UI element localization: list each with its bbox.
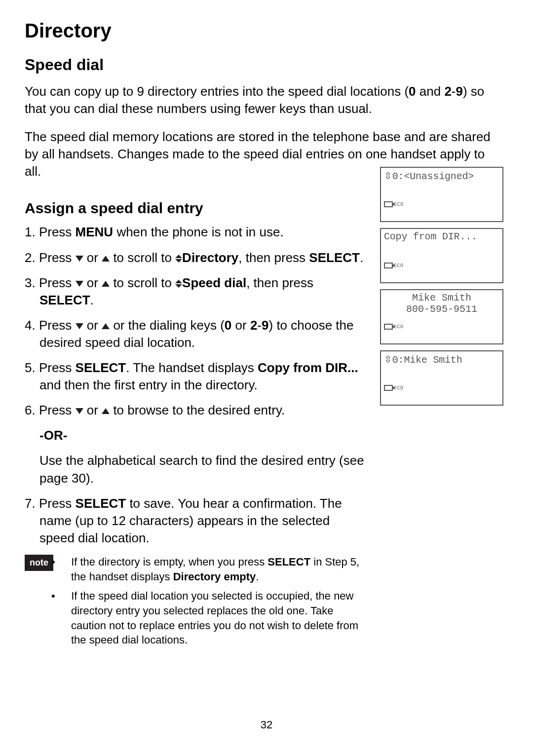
- text: , then press: [238, 250, 309, 265]
- updown-arrow-icon: [175, 280, 182, 288]
- text: .: [90, 293, 94, 307]
- text: or: [83, 275, 102, 290]
- step-4: 4. Press or or the dialing keys (0 or 2-…: [25, 317, 365, 351]
- text: or: [83, 250, 102, 265]
- key-label-menu: MENU: [76, 225, 114, 239]
- screen-text-name: Mike Smith: [384, 292, 499, 303]
- battery-icon: [384, 263, 393, 268]
- text: 3. Press: [25, 275, 76, 290]
- text: 4. Press: [25, 318, 76, 333]
- text: and: [416, 84, 445, 99]
- text: -: [452, 84, 456, 99]
- text: or: [83, 403, 102, 417]
- text: 6. Press: [25, 403, 76, 417]
- menu-directory-label: Directory: [182, 250, 238, 265]
- up-arrow-icon: [102, 281, 110, 287]
- text: to scroll to: [110, 250, 175, 265]
- text: .: [256, 570, 259, 583]
- eco-label: ECO: [394, 324, 404, 330]
- text: or the dialing keys (: [110, 318, 225, 333]
- up-arrow-icon: [102, 323, 110, 329]
- updown-arrow-icon: ⇳: [384, 354, 392, 365]
- updown-arrow-icon: ⇳: [384, 170, 392, 181]
- paragraph-intro-1: You can copy up to 9 directory entries i…: [25, 83, 503, 117]
- step-7: 7. Press SELECT to save. You hear a conf…: [25, 495, 365, 547]
- step-3: 3. Press or to scroll to Speed dial, the…: [25, 274, 365, 309]
- text: when the phone is not in use.: [113, 225, 283, 239]
- key-2: 2: [444, 84, 451, 99]
- battery-icon: [384, 201, 393, 207]
- bullet-icon: •: [61, 589, 68, 604]
- text: , then press: [246, 275, 313, 290]
- text: If the directory is empty, when you pres…: [71, 556, 267, 568]
- note-item-2: • If the speed dial location you selecte…: [61, 589, 365, 647]
- battery-icon: [384, 324, 393, 330]
- text: -: [257, 318, 262, 333]
- down-arrow-icon: [76, 256, 83, 262]
- text: or: [231, 318, 250, 333]
- handset-screens-column: ⇳0:<Unassigned> ECO Copy from DIR... ECO…: [380, 167, 503, 406]
- text: You can copy up to 9 directory entries i…: [25, 84, 409, 99]
- handset-screen-assigned: ⇳0:Mike Smith ECO: [380, 350, 503, 406]
- text: to browse to the desired entry.: [110, 403, 285, 417]
- key-9: 9: [456, 84, 463, 99]
- text: to scroll to: [110, 275, 175, 290]
- screen-text-number: 800-595-9511: [384, 303, 499, 315]
- step-2: 2. Press or to scroll to Directory, then…: [25, 249, 365, 266]
- eco-label: ECO: [394, 202, 404, 207]
- up-arrow-icon: [102, 256, 110, 262]
- menu-speed-dial-label: Speed dial: [182, 275, 246, 290]
- display-text-directory-empty: Directory empty: [173, 570, 256, 583]
- note-block: note • If the directory is empty, when y…: [25, 555, 365, 652]
- eco-label: ECO: [394, 263, 404, 268]
- battery-icon: [384, 385, 393, 391]
- step-1: 1. Press MENU when the phone is not in u…: [25, 224, 365, 241]
- handset-screen-unassigned: ⇳0:<Unassigned> ECO: [380, 167, 503, 222]
- key-label-select: SELECT: [76, 360, 126, 375]
- key-label-select: SELECT: [76, 496, 126, 511]
- steps-list: 1. Press MENU when the phone is not in u…: [25, 224, 365, 419]
- key-label-select: SELECT: [39, 293, 90, 307]
- section-heading-speed-dial: Speed dial: [25, 56, 503, 74]
- eco-label: ECO: [394, 385, 404, 391]
- updown-arrow-icon: [175, 255, 182, 263]
- text: and then the first entry in the director…: [39, 378, 258, 392]
- screen-text: 0:Mike Smith: [392, 354, 462, 366]
- note-item-1: • If the directory is empty, when you pr…: [61, 555, 365, 584]
- text: . The handset displays: [126, 360, 258, 375]
- screen-text: Copy from DIR...: [384, 231, 499, 242]
- key-0: 0: [225, 318, 231, 333]
- note-badge: note: [25, 555, 53, 571]
- text: .: [360, 250, 363, 265]
- or-text: -OR-: [25, 427, 365, 444]
- step-5: 5. Press SELECT. The handset displays Co…: [25, 359, 365, 394]
- key-0: 0: [409, 84, 416, 99]
- handset-screen-copy-from-dir: Copy from DIR... ECO: [380, 228, 503, 283]
- down-arrow-icon: [76, 323, 83, 329]
- text: 5. Press: [25, 360, 76, 375]
- key-9: 9: [262, 318, 268, 333]
- text: 7. Press: [25, 496, 76, 511]
- display-text-copy-from-dir: Copy from DIR...: [258, 360, 358, 375]
- screen-text: 0:<Unassigned>: [392, 171, 474, 182]
- step-6-alt: Use the alphabetical search to find the …: [25, 452, 365, 487]
- up-arrow-icon: [102, 408, 110, 414]
- key-label-select: SELECT: [309, 250, 360, 265]
- step-6: 6. Press or to browse to the desired ent…: [25, 402, 365, 419]
- text: or: [83, 318, 102, 333]
- key-label-select: SELECT: [267, 556, 310, 568]
- text: 1. Press: [25, 225, 76, 239]
- text: If the speed dial location you selected …: [71, 590, 358, 646]
- bullet-icon: •: [61, 555, 68, 569]
- key-2: 2: [250, 318, 257, 333]
- text: 2. Press: [25, 250, 76, 265]
- down-arrow-icon: [76, 281, 83, 287]
- page-title: Directory: [25, 20, 503, 42]
- handset-screen-entry: Mike Smith 800-595-9511 ECO: [380, 289, 503, 344]
- page-number: 32: [0, 718, 533, 731]
- down-arrow-icon: [76, 408, 83, 414]
